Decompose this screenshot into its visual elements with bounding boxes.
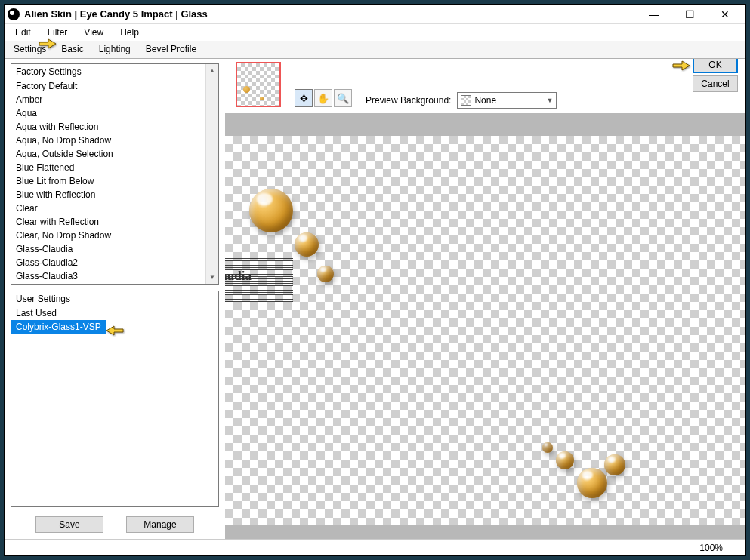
separator-bar	[225, 525, 745, 539]
zoom-tool-icon[interactable]: 🔍	[334, 89, 352, 107]
list-item[interactable]: Blue with Reflection	[11, 188, 205, 202]
settings-buttons: Save Manage	[11, 516, 219, 533]
hand-tool-icon[interactable]: ✋	[314, 89, 332, 107]
close-button[interactable]: ✕	[708, 6, 742, 23]
list-item[interactable]: Colybrix-Glass1-VSP	[11, 320, 106, 334]
main-body: Factory Settings Factory DefaultAmberAqu…	[5, 59, 745, 539]
list-item[interactable]: Aqua, No Drop Shadow	[11, 134, 205, 147]
app-icon	[8, 8, 20, 20]
minimize-button[interactable]: —	[637, 6, 671, 23]
tabbar: Settings Basic Lighting Bevel Profile	[5, 41, 745, 59]
list-item[interactable]: Glass-Claudia3	[11, 269, 205, 283]
left-panel: Factory Settings Factory DefaultAmberAqu…	[5, 59, 225, 539]
menu-help[interactable]: Help	[113, 26, 147, 39]
list-item[interactable]: Glass-Claudia	[11, 242, 205, 256]
glass-sphere	[577, 468, 607, 498]
glass-sphere	[249, 189, 293, 232]
tab-settings[interactable]: Settings	[11, 42, 49, 57]
preview-background-label: Preview Background:	[366, 95, 451, 106]
factory-settings-listbox[interactable]: Factory Settings Factory DefaultAmberAqu…	[11, 63, 219, 285]
list-item[interactable]: Aqua	[11, 106, 205, 120]
menu-view[interactable]: View	[76, 26, 111, 39]
scrollbar[interactable]: ▲ ▼	[205, 64, 218, 284]
ok-button[interactable]: OK	[693, 59, 738, 73]
list-item[interactable]: Aqua, Outside Selection	[11, 147, 205, 161]
glass-sphere	[604, 454, 625, 475]
list-item[interactable]: Blue Lit from Below	[11, 174, 205, 188]
list-item[interactable]: Clear	[11, 202, 205, 215]
statusbar: 100%	[5, 539, 745, 555]
user-header: User Settings	[11, 291, 218, 306]
glass-sphere	[556, 451, 574, 469]
glass-sphere	[317, 266, 334, 282]
window-title: Alien Skin | Eye Candy 5 Impact | Glass	[24, 8, 637, 20]
factory-header: Factory Settings	[11, 64, 205, 79]
window-controls: — ☐ ✕	[637, 6, 742, 23]
list-item[interactable]: Blue Flattened	[11, 161, 205, 174]
save-button[interactable]: Save	[35, 516, 103, 533]
right-panel: OK Cancel ✥ ✋ 🔍 Preview Background:	[225, 59, 745, 539]
app-window: Alien Skin | Eye Candy 5 Impact | Glass …	[4, 4, 746, 556]
list-item[interactable]: Amber	[11, 93, 205, 106]
menu-filter[interactable]: Filter	[40, 26, 76, 39]
glass-sphere	[295, 232, 319, 257]
maximize-button[interactable]: ☐	[672, 6, 707, 23]
transparency-swatch-icon	[461, 95, 471, 106]
scroll-up-icon[interactable]: ▲	[206, 64, 218, 77]
tab-basic[interactable]: Basic	[58, 42, 86, 57]
tab-lighting[interactable]: Lighting	[96, 42, 134, 57]
list-item[interactable]: Last Used	[11, 306, 218, 320]
preview-background-combo[interactable]: None ▼	[457, 92, 557, 109]
zoom-level: 100%	[699, 543, 723, 553]
tab-bevel-profile[interactable]: Bevel Profile	[143, 42, 199, 57]
list-item[interactable]: Glass-Claudia2	[11, 256, 205, 269]
list-item[interactable]: Clear with Reflection	[11, 215, 205, 229]
watermark: claudia	[225, 257, 293, 302]
preview-thumbnail[interactable]	[236, 62, 281, 107]
list-item[interactable]: Factory Default	[11, 79, 205, 93]
preview-tools: ✥ ✋ 🔍	[295, 89, 352, 107]
manage-button[interactable]: Manage	[126, 516, 194, 533]
combo-value: None	[474, 95, 496, 106]
separator-bar	[225, 113, 745, 136]
cancel-button[interactable]: Cancel	[693, 75, 738, 92]
glass-sphere	[542, 442, 553, 453]
dialog-buttons: OK Cancel	[693, 59, 738, 92]
preview-toolbar: ✥ ✋ 🔍 Preview Background: None ▼	[225, 59, 745, 113]
list-item[interactable]: Aqua with Reflection	[11, 120, 205, 134]
move-tool-icon[interactable]: ✥	[295, 89, 313, 107]
scroll-down-icon[interactable]: ▼	[206, 271, 218, 284]
menubar: Edit Filter View Help	[5, 24, 745, 41]
user-settings-listbox[interactable]: User Settings Last UsedColybrix-Glass1-V…	[11, 291, 219, 507]
titlebar: Alien Skin | Eye Candy 5 Impact | Glass …	[5, 5, 745, 24]
preview-background-row: Preview Background: None ▼	[366, 92, 557, 109]
list-item[interactable]: Clear, No Drop Shadow	[11, 229, 205, 242]
menu-edit[interactable]: Edit	[8, 26, 39, 39]
chevron-down-icon: ▼	[546, 97, 553, 104]
preview-canvas[interactable]: claudia	[225, 136, 745, 525]
